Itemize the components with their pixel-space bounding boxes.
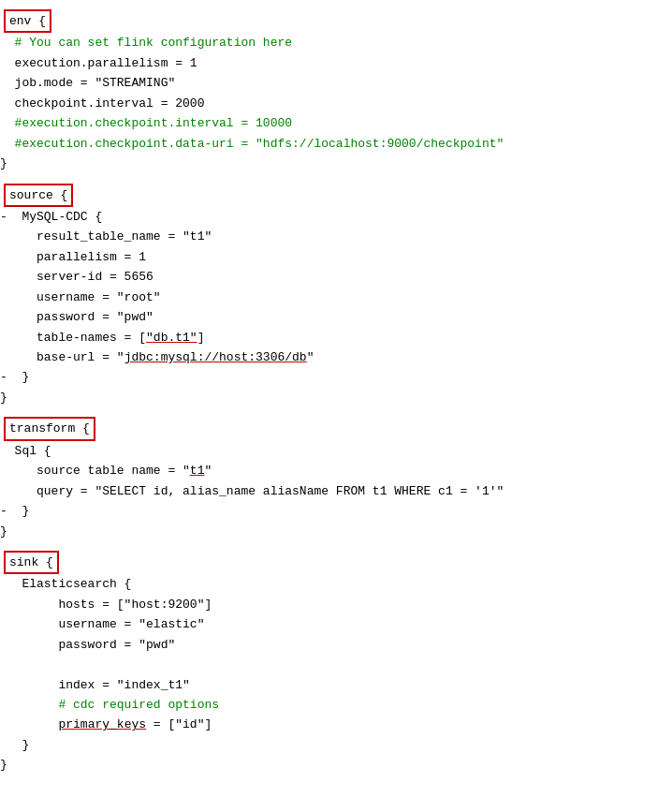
sink-primary-keys: primary_keys = ["id"] [0,715,658,734]
transform-sql-open: Sql { [0,441,658,461]
env-close: } [0,154,658,173]
env-comment-3: #execution.checkpoint.data-uri = "hdfs:/… [0,134,658,154]
code-editor: env { # You can set flink configuration … [0,0,658,785]
source-username: username = "root" [0,288,658,307]
source-table-value: t1 [190,464,205,478]
source-server-id: server-id = 5656 [0,267,658,287]
transform-query: query = "SELECT id, alias_name aliasName… [0,481,658,501]
sink-username: username = "elastic" [0,614,658,634]
sink-hosts: hosts = ["host:9200"] [0,595,658,614]
env-comment-2: #execution.checkpoint.interval = 10000 [0,113,658,133]
source-table-names: table-names = ["db.t1"] [0,328,658,347]
source-password: password = "pwd" [0,307,658,327]
transform-header: transform { [0,417,658,440]
env-comment-1: # You can set flink configuration here [0,33,658,52]
transform-source-table: source table name = "t1" [0,461,658,480]
sink-index: index = "index_t1" [0,675,658,695]
source-mysql-close: - } [0,367,658,387]
transform-section: transform { Sql { source table name = "t… [0,415,658,543]
env-line-3: checkpoint.interval = 2000 [0,94,658,113]
source-result-table: result_table_name = "t1" [0,227,658,246]
sink-es-close: } [0,735,658,755]
base-url-value: jdbc:mysql://host:3306/db [124,350,307,364]
env-section: env { # You can set flink configuration … [0,7,658,176]
sink-password: password = "pwd" [0,635,658,655]
sink-blank [0,655,658,674]
source-header: source { [0,184,658,207]
env-header: env { [0,9,658,33]
source-parallelism: parallelism = 1 [0,247,658,267]
source-close: } [0,388,658,407]
table-names-value: "db.t1" [146,331,197,345]
transform-sql-close: - } [0,501,658,521]
env-line-2: job.mode = "STREAMING" [0,73,658,93]
source-mysql-open: - MySQL-CDC { [0,207,658,227]
sink-close: } [0,755,658,775]
source-base-url: base-url = "jdbc:mysql://host:3306/db" [0,347,658,367]
sink-header: sink { [0,551,658,574]
sink-es-open: Elasticsearch { [0,574,658,594]
primary-keys-label: primary_keys [58,717,146,731]
sink-comment: # cdc required options [0,695,658,715]
transform-close: } [0,522,658,541]
sink-section: sink { Elasticsearch { hosts = ["host:92… [0,549,658,777]
source-section: source { - MySQL-CDC { result_table_name… [0,182,658,410]
env-line-1: execution.parallelism = 1 [0,53,658,73]
